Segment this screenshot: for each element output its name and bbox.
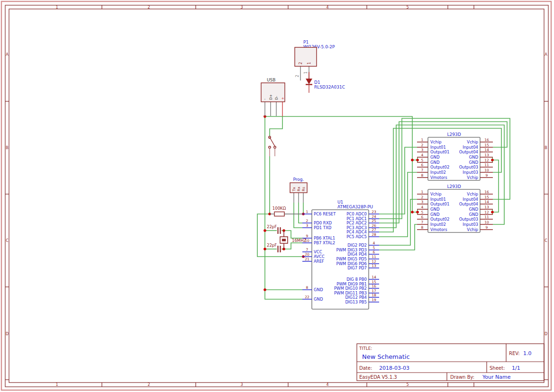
u1-pin-number: 14 bbox=[372, 275, 376, 279]
u1-pin-number: 23 bbox=[372, 210, 376, 214]
component-c1[interactable]: 22pF bbox=[267, 224, 281, 234]
l293d-pin-number: 14 bbox=[484, 200, 489, 204]
wire[interactable] bbox=[379, 224, 417, 250]
sheet-value: 1/1 bbox=[512, 365, 520, 371]
l293d-pin-number: 16 bbox=[484, 138, 489, 142]
ruler-col-label-top: 1 bbox=[55, 5, 58, 9]
l293d-pin-number: 6 bbox=[421, 163, 424, 167]
prog-pin-rs-label: Rs bbox=[301, 187, 306, 191]
u1-pin-label: PC5 ADC5 bbox=[346, 234, 367, 239]
u1-pin-number: 18 bbox=[372, 293, 376, 297]
junction-dot bbox=[263, 288, 266, 291]
component-x1[interactable]: 16MHZ bbox=[280, 231, 307, 249]
u1-pin-label: PD0 RXD bbox=[314, 221, 332, 225]
u1-value: ATMEGA328P-PU bbox=[337, 205, 373, 209]
l293d-pin-number: 10 bbox=[484, 168, 489, 172]
u1-pin-number: 2 bbox=[306, 219, 309, 223]
l293d-pin-label: GND bbox=[430, 212, 440, 217]
wire[interactable] bbox=[294, 203, 302, 228]
ruler-col-label-top: 5 bbox=[406, 5, 409, 9]
l293d-pin-label: Input01 bbox=[430, 145, 446, 150]
tool-version: EasyEDA V5.1.3 bbox=[359, 374, 397, 380]
prog-label: Prog. bbox=[293, 177, 304, 182]
wire[interactable] bbox=[379, 147, 417, 214]
u1-pin-number: 4 bbox=[373, 241, 375, 245]
d1-ref: D1 bbox=[314, 80, 320, 85]
c2-value: 22pF bbox=[267, 243, 277, 248]
l293d-pin-label: Vmotors bbox=[430, 227, 447, 232]
component-usb[interactable]: USB - D+ D- + bbox=[261, 78, 285, 116]
l293d-pin-number: 8 bbox=[421, 225, 424, 230]
l293d-pin-number: 11 bbox=[484, 163, 489, 167]
ruler-col-label-top: 4 bbox=[326, 5, 328, 9]
title-block[interactable]: TITLE: New Schematic REV: 1.0 Date: 2018… bbox=[357, 344, 544, 381]
component-switch[interactable] bbox=[269, 136, 276, 156]
wire[interactable] bbox=[492, 160, 499, 212]
u1-pin-number: 21 bbox=[305, 257, 309, 261]
wire[interactable] bbox=[265, 116, 418, 212]
l293d-pin-label: Vmotors bbox=[430, 175, 447, 180]
l293d-pin-number: 7 bbox=[421, 168, 424, 172]
u1-pin-number: 28 bbox=[372, 232, 376, 237]
l293d-pin-label: GND bbox=[469, 212, 479, 217]
u1-pin-label: PB6 XTAL1 bbox=[314, 236, 335, 241]
l293d-pin-number: 7 bbox=[421, 220, 424, 224]
junction-dot bbox=[491, 159, 494, 161]
u1-pin-number: 13 bbox=[372, 264, 376, 268]
l293d-pin-label: GND bbox=[430, 155, 440, 160]
u1-pin-label: PB7 XTAL2 bbox=[314, 241, 335, 245]
p1-pin2-inner: 2 bbox=[299, 62, 303, 64]
u1-pin-number: 15 bbox=[372, 280, 376, 284]
l293d2-label: L293D bbox=[447, 184, 461, 189]
l293d1-label: L293D bbox=[447, 132, 461, 137]
u1-pin-number: 10 bbox=[305, 239, 309, 243]
schematic-canvas[interactable]: 1122334455AABBCCDD P1 WJ126V-5.0-2P 2 1 … bbox=[0, 0, 554, 392]
component-l293d-2[interactable]: L293D 1Vchip2Input013Output014GND5GND6Ou… bbox=[417, 184, 493, 232]
ruler-col-label-top: 2 bbox=[147, 5, 150, 9]
l293d-pin-number: 15 bbox=[484, 195, 489, 199]
component-u1[interactable]: U1 ATMEGA328P-PU 1PC6 RESET2PD0 RXD3PD1 … bbox=[302, 200, 379, 309]
drawn-by-label: Drawn By: bbox=[450, 374, 474, 380]
ruler-row-label-left: B bbox=[6, 146, 9, 150]
ruler-row-label-right: D bbox=[545, 332, 547, 336]
l293d-pin-number: 9 bbox=[486, 225, 488, 230]
ruler-col-label-bottom: 4 bbox=[326, 383, 328, 387]
ruler-col-label-bottom: 2 bbox=[147, 383, 150, 387]
schematic-sheet: 1122334455AABBCCDD P1 WJ126V-5.0-2P 2 1 … bbox=[0, 0, 554, 392]
l293d-pin-number: 15 bbox=[484, 143, 489, 147]
l293d-pin-number: 13 bbox=[484, 153, 489, 157]
usb-pin-dplus-label: D+ bbox=[269, 94, 273, 100]
component-c2[interactable]: 22pF bbox=[267, 243, 281, 252]
component-d1[interactable]: D1 RLSD32A031C bbox=[306, 72, 345, 93]
u1-pin-label: DIG 8 PB0 bbox=[346, 277, 367, 282]
component-l293d-1[interactable]: L293D 1Vchip2Input013Output014GND5GND6Ou… bbox=[417, 132, 493, 180]
u1-pin-number: 26 bbox=[372, 223, 376, 228]
ruler-row-label-left: D bbox=[6, 332, 9, 336]
component-p1[interactable]: P1 WJ126V-5.0-2P 2 1 2 1 bbox=[295, 40, 335, 80]
l293d-pin-label: Input03 bbox=[463, 170, 478, 175]
p1-pin2-number: 2 bbox=[295, 75, 300, 77]
l293d-pin-label: Output04 bbox=[459, 150, 478, 154]
usb-pin-plus-label: + bbox=[281, 97, 285, 100]
x1-value: 16MHZ bbox=[292, 238, 307, 243]
u1-pin-number: 16 bbox=[372, 284, 376, 288]
u1-pin-label: PC2 ADC2 bbox=[346, 221, 367, 225]
u1-pin-number: 9 bbox=[306, 234, 309, 238]
l293d-pin-number: 13 bbox=[484, 205, 489, 209]
title-label: TITLE: bbox=[359, 346, 372, 351]
date-label: Date: bbox=[359, 365, 372, 371]
d1-triangle bbox=[306, 79, 312, 84]
l293d-pin-number: 9 bbox=[486, 173, 488, 178]
l293d-pin-number: 8 bbox=[421, 173, 424, 178]
l293d-pin-number: 5 bbox=[421, 158, 424, 162]
usb-label: USB bbox=[267, 78, 275, 82]
u1-pin-label: PC6 RESET bbox=[314, 212, 336, 216]
component-prog[interactable]: Prog. Tx Rx Rs bbox=[290, 177, 307, 203]
x1-body-bar bbox=[282, 239, 286, 241]
u1-pin-number: 1 bbox=[306, 210, 309, 214]
wire[interactable] bbox=[379, 172, 417, 237]
wire[interactable] bbox=[379, 199, 417, 245]
wire[interactable] bbox=[270, 116, 282, 136]
wire[interactable] bbox=[299, 203, 302, 223]
component-r1[interactable]: 100KΩ bbox=[270, 206, 302, 216]
